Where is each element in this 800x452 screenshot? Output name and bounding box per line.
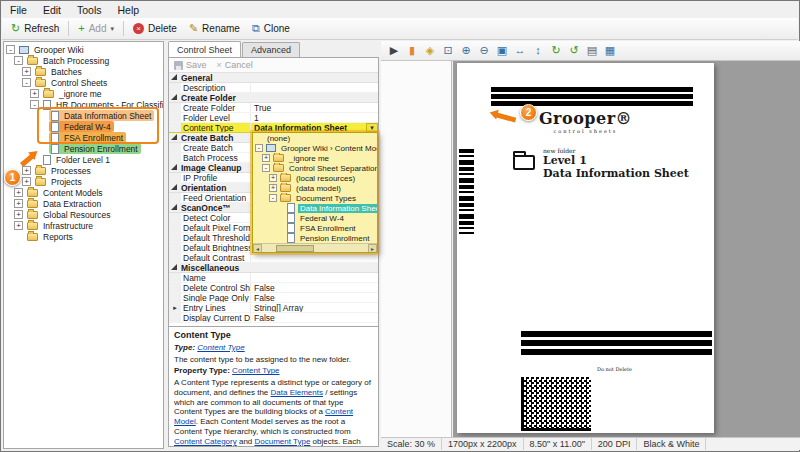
expand-icon[interactable]: + <box>14 221 23 230</box>
property-type-link[interactable]: Content Type <box>232 366 279 375</box>
tree-item-hr-documents-for-classification[interactable]: -HR Documents - For Classification <box>4 99 163 110</box>
collapse-icon[interactable]: - <box>22 78 31 87</box>
menu-help[interactable]: Help <box>110 3 148 17</box>
property-value[interactable]: Data Information Sheet <box>251 123 366 132</box>
ct-option-control-sheet-separation-hr-d[interactable]: -Control Sheet Separation - HR D <box>253 163 377 173</box>
tree-item-grooper-wiki[interactable]: -Grooper Wiki <box>4 44 163 55</box>
save-button[interactable]: Save <box>174 60 207 70</box>
tab-advanced[interactable]: Advanced <box>242 42 300 57</box>
delete-button[interactable]: ×Delete <box>127 21 183 36</box>
expand-icon[interactable]: + <box>30 89 39 98</box>
dropdown-open-button[interactable]: ▾ <box>366 123 378 132</box>
select-pointer-button[interactable]: ▶ <box>386 43 402 59</box>
ct-option-data-model[interactable]: +(data model) <box>253 183 377 193</box>
fit-page-button[interactable]: ▣ <box>494 43 510 59</box>
property-value[interactable] <box>251 83 378 92</box>
expand-icon[interactable]: + <box>269 184 277 192</box>
tree-item-control-sheets[interactable]: -Control Sheets <box>4 77 163 88</box>
rotate-page-button[interactable]: ↺ <box>566 43 582 59</box>
ct-option-federal-w-4[interactable]: +Federal W-4 <box>253 213 377 223</box>
expand-icon[interactable]: + <box>14 188 23 197</box>
collapse-icon[interactable]: - <box>30 100 39 109</box>
menu-file[interactable]: File <box>2 3 35 17</box>
ct-option-ignore-me[interactable]: +_ignore me <box>253 153 377 163</box>
pan-hand-button[interactable]: ◈ <box>422 43 438 59</box>
zoom-in-button[interactable]: ⊕ <box>458 43 474 59</box>
property-create-folder[interactable]: Create FolderTrue <box>169 103 378 113</box>
ct-option-data-information-sheet[interactable]: +Data Information Sheet <box>253 203 377 213</box>
property-value[interactable] <box>251 253 378 262</box>
expand-icon[interactable]: + <box>14 210 23 219</box>
tree-item-reports[interactable]: +Reports <box>4 231 163 242</box>
tree-item-data-information-sheet[interactable]: +Data Information Sheet <box>4 110 163 121</box>
refresh-button[interactable]: ↻Refresh <box>5 21 65 36</box>
fit-width-button[interactable]: ↔ <box>512 43 528 59</box>
scroll-left-icon[interactable]: ◂ <box>253 244 262 253</box>
ct-option-document-types[interactable]: -Document Types <box>253 193 377 203</box>
property-description[interactable]: Description <box>169 83 378 93</box>
image-settings-button[interactable]: ▦ <box>602 43 618 59</box>
cancel-button[interactable]: × Cancel <box>217 60 253 70</box>
tree-item-global-resources[interactable]: +Global Resources <box>4 209 163 220</box>
ct-option-fsa-enrollment[interactable]: +FSA Enrollment <box>253 223 377 233</box>
zoom-out-button[interactable]: ⊖ <box>476 43 492 59</box>
property-value[interactable]: String[] Array <box>251 303 378 312</box>
ct-option-local-resources[interactable]: +(local resources) <box>253 173 377 183</box>
menu-edit[interactable]: Edit <box>35 3 69 17</box>
help-link-document-type[interactable]: Document Type <box>255 437 311 446</box>
property-folder-level[interactable]: Folder Level1 <box>169 113 378 123</box>
property-value[interactable]: False <box>251 293 378 302</box>
help-link-data-elements[interactable]: Data Elements <box>271 388 323 397</box>
scroll-right-icon[interactable]: ▸ <box>368 244 377 253</box>
property-value[interactable]: False <box>251 283 378 292</box>
property-entry-lines[interactable]: ▸Entry LinesString[] Array <box>169 303 378 313</box>
expand-icon[interactable]: + <box>22 166 31 175</box>
tree-item-ignore-me[interactable]: +_ignore me <box>4 88 163 99</box>
ct-option-pension-enrollment[interactable]: +Pension Enrollment <box>253 233 377 243</box>
property-name[interactable]: Name <box>169 273 378 283</box>
ct-option-none[interactable]: +(none) <box>253 133 377 143</box>
zoom-window-button[interactable]: ⊡ <box>440 43 456 59</box>
tree-item-data-extraction[interactable]: +Data Extraction <box>4 198 163 209</box>
help-link-content-category[interactable]: Content Category <box>174 437 237 446</box>
page-list-panel[interactable] <box>381 61 452 437</box>
popup-hscrollbar[interactable]: ◂ ▸ <box>253 243 377 252</box>
fit-height-button[interactable]: ↕ <box>530 43 546 59</box>
category-general[interactable]: General <box>169 73 378 83</box>
property-display-current-date[interactable]: Display Current DateFalse <box>169 313 378 323</box>
tree-item-fsa-enrollment[interactable]: +FSA Enrollment <box>4 132 163 143</box>
rename-button[interactable]: ✎Rename <box>183 21 246 36</box>
tree-item-batch-processing[interactable]: -Batch Processing <box>4 55 163 66</box>
thumbnails-button[interactable]: ▤ <box>584 43 600 59</box>
expand-icon[interactable]: + <box>262 154 270 162</box>
collapse-icon[interactable]: - <box>6 45 15 54</box>
expand-icon[interactable]: + <box>22 67 31 76</box>
refresh-page-button[interactable]: ↻ <box>548 43 564 59</box>
property-value[interactable]: 1 <box>251 113 378 122</box>
property-delete-control-sheet[interactable]: Delete Control SheetFalse <box>169 283 378 293</box>
tree-item-infrastructure[interactable]: +Infrastructure <box>4 220 163 231</box>
category-miscellaneous[interactable]: Miscellaneous <box>169 263 378 273</box>
collapse-icon[interactable]: - <box>255 144 263 152</box>
expand-icon[interactable]: + <box>269 174 277 182</box>
tree-item-content-models[interactable]: +Content Models <box>4 187 163 198</box>
clone-button[interactable]: ⧉Clone <box>246 21 296 36</box>
color-swatch-button[interactable]: ▮ <box>404 43 420 59</box>
collapse-icon[interactable]: - <box>262 164 270 172</box>
property-default-contrast[interactable]: Default Contrast <box>169 253 378 263</box>
tree-item-projects[interactable]: +Projects <box>4 176 163 187</box>
scroll-thumb[interactable] <box>276 245 314 252</box>
property-single-page-only[interactable]: Single Page OnlyFalse <box>169 293 378 303</box>
collapse-icon[interactable]: - <box>269 194 277 202</box>
tree-item-processes[interactable]: +Processes <box>4 165 163 176</box>
menu-tools[interactable]: Tools <box>69 3 110 17</box>
collapse-icon[interactable]: - <box>14 56 23 65</box>
property-value[interactable]: False <box>251 313 378 322</box>
expand-icon[interactable]: + <box>22 177 31 186</box>
property-value[interactable]: True <box>251 103 378 112</box>
tab-control-sheet[interactable]: Control Sheet <box>168 41 241 57</box>
add-button[interactable]: +Add▾ <box>72 21 120 36</box>
tree-item-federal-w-4[interactable]: +Federal W-4 <box>4 121 163 132</box>
ct-option-grooper-wiki-content-models[interactable]: -Grooper Wiki › Content Models <box>253 143 377 153</box>
expand-icon[interactable]: + <box>14 199 23 208</box>
